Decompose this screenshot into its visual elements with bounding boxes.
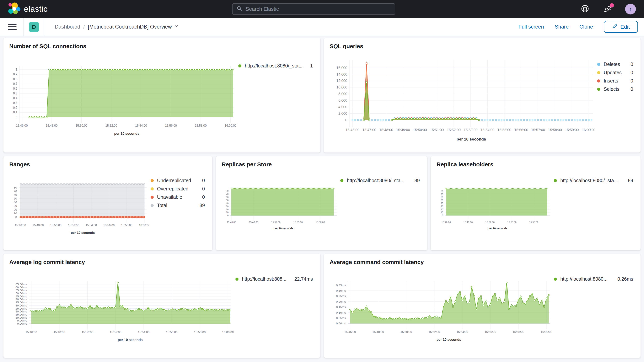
- svg-text:per 10 seconds: per 10 seconds: [488, 227, 508, 230]
- svg-text:15:50:00: 15:50:00: [413, 128, 427, 132]
- legend-value: 0: [630, 70, 635, 75]
- svg-text:0.8: 0.8: [13, 78, 17, 81]
- help-icon: [580, 4, 590, 14]
- svg-text:15:50:00: 15:50:00: [82, 330, 93, 334]
- series-color-dot: [597, 71, 600, 74]
- legend-item[interactable]: Inserts0: [597, 78, 635, 84]
- full-screen-button[interactable]: Full screen: [518, 24, 544, 30]
- notification-dot: [610, 3, 614, 8]
- chart-canvas-log-latency[interactable]: 0.00ms5.00ms10.00ms15.00ms20.00ms25.00ms…: [9, 267, 234, 355]
- legend-value: 0: [202, 178, 206, 183]
- panel-title: Replicas per Store: [222, 161, 422, 168]
- menu-button[interactable]: [6, 21, 18, 33]
- clone-button[interactable]: Clone: [580, 24, 593, 30]
- legend-item[interactable]: http://localhost:8080...0.26ms: [554, 276, 635, 282]
- breadcrumb-dashboard-link[interactable]: Dashboard: [55, 24, 80, 30]
- svg-text:12,000: 12,000: [336, 79, 347, 83]
- svg-text:15:54:00: 15:54:00: [138, 330, 150, 334]
- svg-text:15:54:00: 15:54:00: [456, 330, 468, 334]
- legend-item[interactable]: Updates0: [597, 70, 635, 75]
- svg-text:15:59:00: 15:59:00: [565, 128, 579, 132]
- svg-text:16:00:00: 16:00:00: [582, 128, 595, 132]
- legend-value: 0: [202, 194, 206, 200]
- legend-value: 0: [630, 78, 635, 84]
- legend-item[interactable]: Underreplicated0: [150, 178, 206, 183]
- legend-item[interactable]: http://localhost:8080/_sta...89: [340, 178, 421, 183]
- svg-text:8,000: 8,000: [338, 92, 347, 96]
- svg-text:15:52:00: 15:52:00: [68, 224, 79, 227]
- dashboard-app-badge[interactable]: D: [29, 22, 39, 32]
- legend-item[interactable]: Unavailable0: [150, 194, 206, 200]
- svg-text:15:48:00: 15:48:00: [379, 128, 393, 132]
- panel-ranges: Ranges 0102030405060708015:46:0015:48:00…: [3, 156, 212, 250]
- breadcrumb-separator: /: [83, 24, 85, 30]
- panel-log-commit-latency: Average log commit latency 0.00ms5.00ms1…: [3, 254, 320, 358]
- svg-text:15:46:00: 15:46:00: [15, 224, 26, 227]
- user-avatar[interactable]: r: [625, 4, 636, 14]
- legend-label: Deletes: [604, 62, 620, 67]
- legend-item[interactable]: http://localhost:8080/_sta...89: [554, 178, 635, 183]
- svg-text:15:52:00: 15:52:00: [428, 330, 440, 334]
- series-color-dot: [554, 278, 557, 281]
- chart-canvas-ranges[interactable]: 0102030405060708015:46:0015:48:0015:50:0…: [9, 169, 149, 248]
- series-color-dot: [597, 80, 600, 82]
- chart-legend: http://localhost:8080/_sta...89: [338, 169, 421, 248]
- svg-text:0.2: 0.2: [13, 106, 17, 109]
- legend-item[interactable]: Deletes0: [597, 62, 635, 67]
- avatar-initial: r: [630, 6, 632, 12]
- svg-text:15:55:00: 15:55:00: [507, 221, 516, 224]
- svg-text:0.00ms: 0.00ms: [17, 322, 27, 325]
- legend-item[interactable]: http://localhost:808...22.74ms: [236, 276, 314, 282]
- legend-value: 0: [202, 186, 206, 192]
- legend-item[interactable]: Overreplicated0: [150, 186, 206, 192]
- svg-text:15:50:00: 15:50:00: [50, 224, 61, 227]
- svg-text:15:48:00: 15:48:00: [54, 330, 65, 334]
- edit-button[interactable]: Edit: [604, 21, 638, 33]
- series-color-dot: [340, 179, 344, 182]
- chart-legend: Deletes0Updates0Inserts0Selects0: [595, 51, 635, 150]
- chart-canvas-sql-connections[interactable]: 00.10.20.30.40.50.60.70.80.9115:46:0015:…: [9, 51, 236, 150]
- chart-canvas-command-latency[interactable]: 0.00ms0.05ms0.10ms0.15ms0.20ms0.25ms0.30…: [330, 267, 552, 355]
- legend-label: Underreplicated: [157, 178, 191, 183]
- legend-item[interactable]: Total89: [150, 202, 206, 208]
- svg-text:0.5: 0.5: [13, 92, 17, 95]
- chart-plot: 00.10.20.30.40.50.60.70.80.9115:46:0015:…: [13, 66, 236, 136]
- help-button[interactable]: [580, 4, 590, 14]
- legend-label: Updates: [604, 70, 622, 75]
- chart-canvas-leaseholders[interactable]: 0102030405060708015:46:0015:49:0015:52:0…: [436, 169, 552, 248]
- svg-text:15:57:00: 15:57:00: [531, 128, 545, 132]
- svg-text:80: 80: [441, 190, 444, 192]
- dashboard-grid: Number of SQL connections 00.10.20.30.40…: [0, 36, 644, 358]
- svg-text:10.00ms: 10.00ms: [16, 316, 27, 319]
- svg-text:15:50:00: 15:50:00: [76, 124, 87, 127]
- series-color-dot: [554, 179, 557, 182]
- pencil-icon: [612, 23, 618, 30]
- svg-text:20.00ms: 20.00ms: [16, 310, 27, 313]
- newsfeed-button[interactable]: [602, 4, 613, 14]
- svg-text:0.9: 0.9: [13, 73, 17, 76]
- svg-text:15:50:00: 15:50:00: [400, 330, 412, 334]
- svg-text:0: 0: [345, 118, 347, 122]
- chart-legend: http://localhost:808...22.74ms: [234, 267, 314, 355]
- chart-canvas-replicas[interactable]: 0102030405060708015:46:0015:49:0015:52:0…: [222, 169, 338, 248]
- svg-text:15:56:00: 15:56:00: [103, 224, 114, 227]
- share-button[interactable]: Share: [555, 24, 568, 30]
- elastic-logo[interactable]: elastic: [7, 2, 48, 16]
- svg-text:15:52:00: 15:52:00: [447, 128, 461, 132]
- legend-item[interactable]: http://localhost:8080/_stat...1: [238, 63, 314, 68]
- svg-text:0: 0: [442, 214, 443, 217]
- svg-text:per 10 seconds: per 10 seconds: [436, 338, 461, 342]
- divider: [44, 18, 44, 36]
- svg-text:15:52:00: 15:52:00: [110, 330, 122, 334]
- svg-text:40: 40: [441, 202, 444, 205]
- svg-text:30: 30: [441, 205, 444, 208]
- page-title[interactable]: [Metricbeat CockroachDB] Overview: [88, 24, 179, 30]
- svg-text:6,000: 6,000: [338, 98, 347, 102]
- search-input[interactable]: [246, 6, 391, 12]
- series-color-dot: [150, 179, 154, 182]
- series-color-dot: [597, 63, 600, 66]
- global-search[interactable]: [232, 3, 395, 15]
- legend-item[interactable]: Selects0: [597, 86, 635, 92]
- svg-text:15:46:00: 15:46:00: [16, 124, 28, 127]
- chart-canvas-sql-queries[interactable]: 02,0004,0006,0008,00010,00012,00014,0001…: [330, 51, 596, 150]
